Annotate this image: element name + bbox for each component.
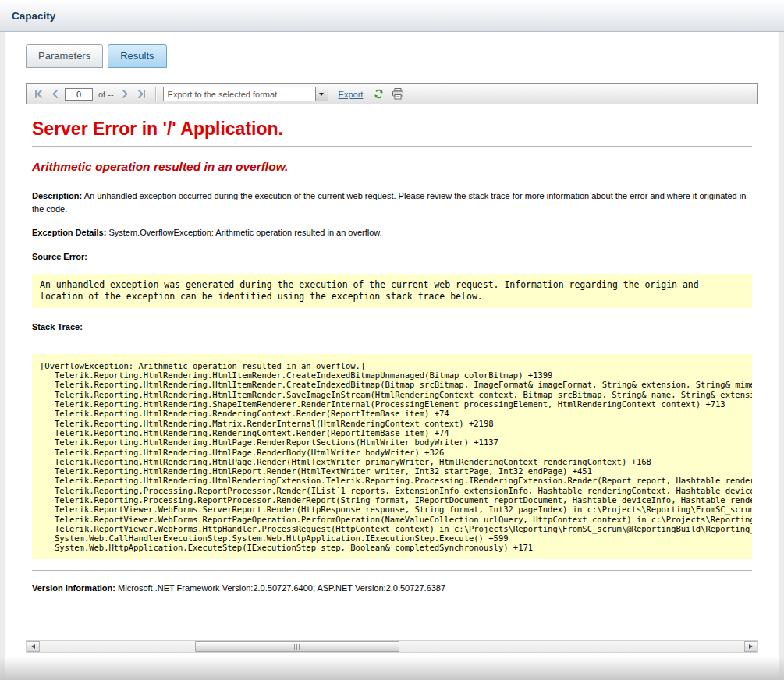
previous-page-icon	[51, 89, 59, 99]
triangle-left-icon	[31, 644, 35, 649]
page-count-label: of --	[98, 90, 114, 99]
horizontal-scrollbar[interactable]	[26, 640, 758, 653]
tab-results[interactable]: Results	[108, 44, 166, 68]
version-info: Version Information: Microsoft .NET Fram…	[32, 582, 752, 595]
scroll-left-button[interactable]	[27, 641, 40, 652]
report-toolbar: of -- Export to the selected format Expo…	[26, 83, 758, 104]
version-info-text: Microsoft .NET Framework Version:2.0.507…	[118, 583, 445, 593]
printer-icon	[392, 88, 404, 100]
refresh-button[interactable]	[371, 87, 386, 101]
description-label: Description:	[32, 191, 82, 200]
error-title: Server Error in '/' Application.	[32, 119, 752, 140]
tab-parameters-label: Parameters	[38, 50, 90, 62]
source-error-box: An unhandled exception was generated dur…	[32, 274, 752, 308]
error-report: Server Error in '/' Application. Arithme…	[5, 119, 779, 594]
exception-details: Exception Details: System.OverflowExcept…	[32, 226, 752, 239]
next-page-button[interactable]	[119, 88, 131, 100]
export-format-value: Export to the selected format	[164, 90, 278, 99]
last-page-button[interactable]	[135, 88, 148, 100]
chevron-down-icon	[319, 93, 324, 96]
print-button[interactable]	[390, 87, 406, 101]
stack-trace-heading: Stack Trace:	[32, 321, 752, 334]
toolbar-separator	[155, 87, 156, 101]
export-link[interactable]: Export	[339, 90, 364, 99]
error-description: Description: An unhandled exception occu…	[32, 189, 752, 215]
page-number-input[interactable]	[65, 88, 93, 101]
divider-top	[32, 146, 752, 147]
tab-results-label: Results	[120, 50, 154, 62]
exception-details-label: Exception Details:	[32, 228, 106, 237]
error-subtitle: Arithmetic operation resulted in an over…	[32, 160, 752, 174]
stack-trace-box: [OverflowException: Arithmetic operation…	[32, 354, 752, 559]
triangle-right-icon	[749, 644, 753, 649]
refresh-icon	[373, 88, 385, 100]
tab-strip: Parameters Results	[26, 44, 779, 68]
description-text: An unhandled exception occurred during t…	[32, 191, 746, 214]
scrollbar-thumb[interactable]	[195, 641, 399, 652]
content-panel: Parameters Results of -- Export t	[5, 32, 779, 680]
first-page-button[interactable]	[32, 88, 45, 100]
stack-trace-label: Stack Trace:	[32, 322, 83, 331]
export-format-dropdown-button[interactable]	[315, 87, 328, 101]
first-page-icon	[34, 89, 44, 99]
version-info-label: Version Information:	[32, 583, 115, 593]
source-error-label: Source Error:	[32, 252, 87, 261]
page-title: Capacity	[12, 10, 55, 22]
tab-parameters[interactable]: Parameters	[26, 44, 103, 68]
scrollbar-track[interactable]	[40, 641, 744, 652]
scrollbar-grip-icon	[296, 644, 297, 650]
exception-details-text: System.OverflowException: Arithmetic ope…	[108, 228, 381, 237]
scroll-right-button[interactable]	[744, 641, 757, 652]
report-viewer-page: Capacity Parameters Results of --	[0, 0, 784, 680]
divider-bottom	[32, 570, 752, 571]
titlebar: Capacity	[0, 0, 784, 32]
next-page-icon	[121, 89, 129, 99]
source-error-heading: Source Error:	[32, 250, 752, 264]
previous-page-button[interactable]	[49, 88, 61, 100]
last-page-icon	[137, 89, 147, 99]
export-format-select[interactable]: Export to the selected format	[163, 87, 328, 101]
